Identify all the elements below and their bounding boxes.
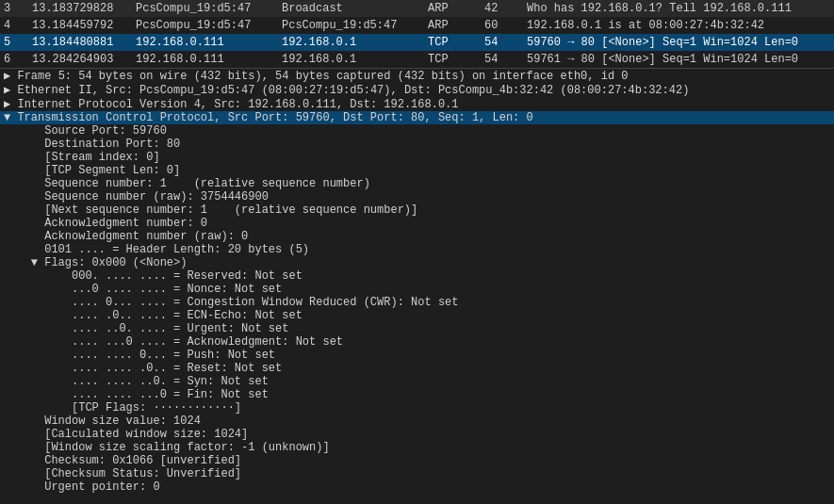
tree-item-tcp-flag-ecn: .... .0.. .... = ECN-Echo: Not set (0, 309, 834, 322)
tree-item-frame[interactable]: ▶ Frame 5: 54 bytes on wire (432 bits), … (0, 69, 834, 83)
tree-item-tcp-flag-urg: .... ..0. .... = Urgent: Not set (0, 322, 834, 335)
tree-item-tcp-seg-len: [TCP Segment Len: 0] (0, 164, 834, 177)
packet-row[interactable]: 513.184480881192.168.0.111192.168.0.1TCP… (0, 34, 834, 51)
packet-row[interactable]: 413.184459792PcsCompu_19:d5:47PcsCompu_1… (0, 17, 834, 34)
tree-item-tcp-flag-rst: .... .... .0.. = Reset: Not set (0, 362, 834, 375)
tree-item-tcp-flags-raw: [TCP Flags: ············] (0, 401, 834, 415)
tree-item-tcp-ack-raw: Acknowledgment number (raw): 0 (0, 230, 834, 243)
packet-list: 313.183729828PcsCompu_19:d5:47BroadcastA… (0, 0, 834, 69)
tree-item-tcp-urgent: Urgent pointer: 0 (0, 480, 834, 494)
tree-item-tcp-seq-raw: Sequence number (raw): 3754446900 (0, 190, 834, 203)
tree-item-tcp[interactable]: ▼ Transmission Control Protocol, Src Por… (0, 111, 834, 124)
tree-item-tcp-flag-cwr: .... 0... .... = Congestion Window Reduc… (0, 296, 834, 309)
tree-item-tcp-flags[interactable]: ▼ Flags: 0x000 (<None>) (0, 256, 834, 269)
tree-item-tcp-next-seq: [Next sequence number: 1 (relative seque… (0, 203, 834, 217)
tree-item-tcp-win-scale: [Window size scaling factor: -1 (unknown… (0, 441, 834, 454)
tree-item-tcp-flag-syn: .... .... ..0. = Syn: Not set (0, 375, 834, 388)
tree-item-tcp-stream: [Stream index: 0] (0, 151, 834, 164)
tree-item-tcp-checksum-status: [Checksum Status: Unverified] (0, 467, 834, 480)
tree-item-tcp-flag-ack: .... ...0 .... = Acknowledgment: Not set (0, 335, 834, 349)
tree-item-tcp-seq: Sequence number: 1 (relative sequence nu… (0, 177, 834, 190)
tree-item-tcp-hdr-len: 0101 .... = Header Length: 20 bytes (5) (0, 243, 834, 256)
detail-panel: ▶ Frame 5: 54 bytes on wire (432 bits), … (0, 69, 834, 504)
tree-item-ip[interactable]: ▶ Internet Protocol Version 4, Src: 192.… (0, 97, 834, 111)
tree-item-tcp-dst-port: Destination Port: 80 (0, 138, 834, 151)
tree-item-tcp-win: Window size value: 1024 (0, 415, 834, 428)
tree-item-tcp-src-port: Source Port: 59760 (0, 124, 834, 138)
tree-item-tcp-flag-fin: .... .... ...0 = Fin: Not set (0, 388, 834, 401)
tree-item-tcp-calc-win: [Calculated window size: 1024] (0, 428, 834, 441)
packet-row[interactable]: 313.183729828PcsCompu_19:d5:47BroadcastA… (0, 0, 834, 17)
tree-item-tcp-flag-nonce: ...0 .... .... = Nonce: Not set (0, 283, 834, 296)
tree-item-tcp-checksum: Checksum: 0x1066 [unverified] (0, 454, 834, 467)
tree-item-tcp-flag-push: .... .... 0... = Push: Not set (0, 349, 834, 362)
tree-item-tcp-ack: Acknowledgment number: 0 (0, 217, 834, 230)
tree-item-tcp-flag-res: 000. .... .... = Reserved: Not set (0, 269, 834, 283)
tree-item-ethernet[interactable]: ▶ Ethernet II, Src: PcsCompu_19:d5:47 (0… (0, 83, 834, 97)
packet-row[interactable]: 613.284264903192.168.0.111192.168.0.1TCP… (0, 51, 834, 68)
